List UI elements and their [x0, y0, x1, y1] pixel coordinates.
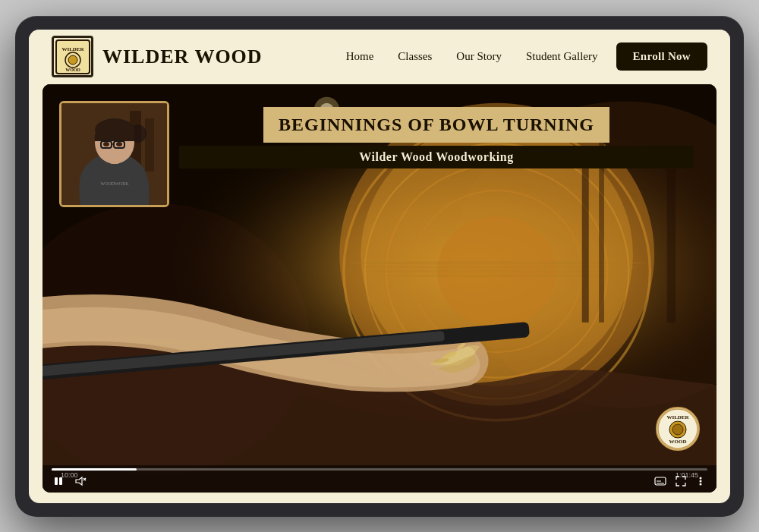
enroll-now-button[interactable]: Enroll Now [616, 42, 707, 71]
svg-point-57 [700, 477, 702, 479]
progress-bar-fill [52, 468, 137, 471]
logo-area: WILDER WOOD WILDER WOOD [52, 36, 263, 77]
screen: WILDER WOOD WILDER WOOD Home Classes Our… [29, 30, 730, 503]
site-title: WILDER WOOD [102, 46, 263, 68]
nav-links: Home Classes Our Story Student Gallery [346, 50, 598, 63]
svg-point-59 [700, 483, 702, 485]
nav-student-gallery[interactable]: Student Gallery [526, 50, 598, 63]
svg-point-41 [103, 142, 109, 146]
title-overlay: BEGINNINGS OF BOWL TURNING Wilder Wood W… [179, 107, 694, 168]
video-title-main: BEGINNINGS OF BOWL TURNING [279, 115, 594, 134]
time-current: 10:00 [61, 471, 78, 479]
device-frame: WILDER WOOD WILDER WOOD Home Classes Our… [15, 16, 744, 517]
video-controls: 10:00 1:01:45 [43, 465, 716, 493]
subtitles-button[interactable] [653, 474, 668, 488]
navbar: WILDER WOOD WILDER WOOD Home Classes Our… [29, 30, 730, 84]
progress-bar-container[interactable] [52, 468, 707, 471]
video-title-sub: Wilder Wood Woodworking [359, 150, 513, 163]
svg-rect-33 [145, 118, 154, 172]
svg-point-58 [700, 480, 702, 482]
svg-text:WOODWORK: WOODWORK [101, 181, 130, 186]
svg-point-17 [357, 265, 638, 268]
svg-rect-27 [667, 169, 676, 323]
svg-point-18 [365, 269, 628, 272]
instructor-face: WOODWORK [61, 103, 167, 205]
nav-home[interactable]: Home [346, 50, 374, 63]
svg-text:WOOD: WOOD [669, 439, 687, 445]
time-total: 1:01:45 [676, 471, 698, 479]
nav-our-story[interactable]: Our Story [456, 50, 502, 63]
svg-rect-50 [55, 477, 58, 485]
watermark-badge: WILDER WOOD [656, 407, 700, 451]
svg-text:WILDER: WILDER [666, 414, 689, 420]
instructor-thumbnail: WOODWORK [59, 101, 169, 207]
video-container: WOODWORK BEGINNINGS OF BOWL TURNING Wild… [43, 84, 716, 493]
video-title-main-box: BEGINNINGS OF BOWL TURNING [263, 107, 609, 143]
svg-text:WOOD: WOOD [65, 68, 80, 72]
video-title-sub-box: Wilder Wood Woodworking [179, 146, 694, 168]
svg-point-3 [68, 55, 77, 65]
svg-point-42 [116, 142, 122, 146]
svg-point-48 [672, 424, 683, 435]
logo-badge: WILDER WOOD [52, 36, 93, 77]
svg-point-19 [378, 273, 616, 276]
controls-row [52, 474, 707, 488]
svg-text:WILDER: WILDER [61, 46, 84, 52]
nav-classes[interactable]: Classes [398, 50, 432, 63]
svg-rect-25 [582, 152, 589, 322]
